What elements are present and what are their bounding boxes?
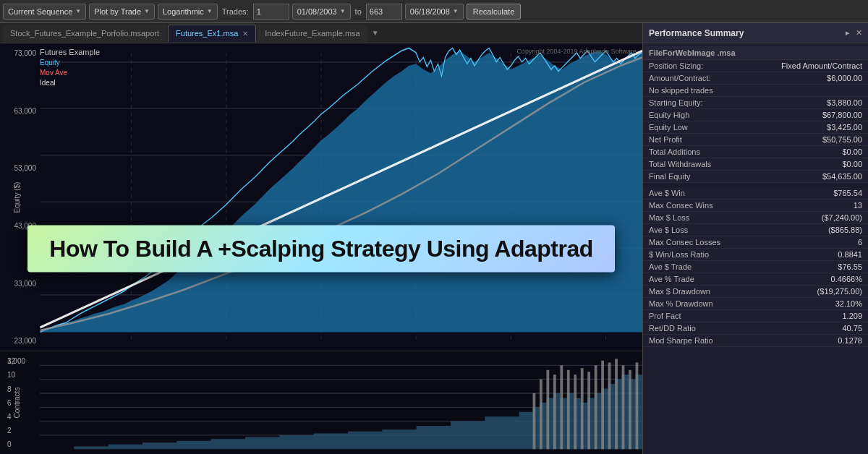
tab-index-future[interactable]: IndexFuture_Example.msa	[258, 25, 367, 42]
perf-label-equity-high: Equity High	[649, 111, 689, 119]
logarithmic-label: Logarithmic	[163, 7, 204, 16]
svg-rect-26	[553, 374, 556, 449]
perf-row-win-loss-ratio: $ Win/Loss Ratio 0.8841	[643, 249, 868, 261]
chart-legend: Equity Mov Ave Ideal	[40, 58, 67, 88]
svg-rect-23	[533, 393, 536, 449]
contract-chart: Contracts 12 10 8 6 4 2 0 3,000	[0, 351, 642, 454]
perf-row-ave-trade: Ave $ Trade $76.55	[643, 261, 868, 273]
perf-close-icon[interactable]: ✕	[856, 28, 862, 38]
date-to-arrow-icon: ▼	[453, 8, 459, 14]
svg-rect-33	[601, 361, 604, 449]
perf-value-total-withdrawals: $0.00	[842, 160, 862, 168]
svg-rect-38	[636, 363, 639, 450]
performance-panel: Performance Summary ▸ ✕ FileForWebImage …	[642, 23, 868, 454]
y-label-1: 73,000	[7, 49, 36, 57]
perf-value-max-consec-wins: 13	[854, 201, 862, 210]
perf-value-win-loss-ratio: 0.8841	[838, 250, 862, 259]
perf-label-max-drawdown: Max $ Drawdown	[649, 287, 710, 296]
perf-label-ave-trade: Ave $ Trade	[649, 262, 692, 271]
svg-rect-25	[546, 370, 549, 450]
perf-value-mod-sharpe: 0.1278	[838, 336, 862, 345]
toolbar: Current Sequence ▼ Plot by Trade ▼ Logar…	[0, 0, 868, 23]
perf-value-total-additions: $0.00	[842, 147, 862, 156]
date-to-dropdown[interactable]: 06/18/2008 ▼	[405, 4, 464, 20]
perf-value-amount: $6,000.00	[827, 74, 862, 82]
tab-arrow-icon[interactable]: ▼	[372, 29, 379, 37]
logarithmic-dropdown[interactable]: Logarithmic ▼	[158, 4, 218, 20]
tab-close-icon[interactable]: ✕	[242, 30, 248, 38]
perf-row-max-consec-wins: Max Consec Wins 13	[643, 200, 868, 212]
perf-label-mod-sharpe: Mod Sharpe Ratio	[649, 336, 713, 345]
perf-label-win-loss-ratio: $ Win/Loss Ratio	[649, 250, 709, 259]
perf-content[interactable]: FileForWebImage .msa Position Sizing: Fi…	[643, 43, 868, 454]
svg-rect-27	[560, 366, 563, 450]
equity-y-labels: 73,000 63,000 53,000 43,000 33,000 23,00…	[7, 43, 36, 351]
sequence-arrow-icon: ▼	[75, 8, 81, 14]
perf-value-equity-high: $67,800.00	[822, 111, 862, 119]
date-from-dropdown[interactable]: 01/08/2003 ▼	[292, 4, 351, 20]
perf-row-max-drawdown: Max $ Drawdown ($19,275.00)	[643, 286, 868, 298]
svg-rect-36	[622, 366, 625, 450]
perf-label-net-profit: Net Profit	[649, 135, 682, 144]
tab-futures-ex1[interactable]: Futures_Ex1.msa ✕	[168, 25, 256, 42]
plot-by-dropdown[interactable]: Plot by Trade ▼	[89, 4, 155, 20]
c-y-label-6: 2	[7, 427, 15, 434]
perf-value-ave-trade: $76.55	[838, 262, 862, 271]
trades-input[interactable]	[253, 4, 289, 20]
perf-header: Performance Summary ▸ ✕	[643, 23, 868, 43]
perf-title: Performance Summary	[649, 28, 744, 38]
equity-svg	[0, 43, 642, 351]
perf-file-header: FileForWebImage .msa	[643, 46, 868, 60]
charts-wrapper: Futures Example Copyright 2004-2019 Adap…	[0, 43, 642, 454]
c-y-label-7: 0	[7, 440, 15, 448]
perf-label-amount: Amount/Contract:	[649, 74, 711, 82]
svg-rect-37	[629, 370, 631, 450]
trade-end-input[interactable]	[366, 4, 402, 20]
perf-label-starting-equity: Starting Equity:	[649, 98, 703, 107]
perf-value-prof-fact: 1.209	[842, 312, 862, 320]
perf-label-ret-dd-ratio: Ret/DD Ratio	[649, 324, 696, 333]
y-label-3: 53,000	[7, 164, 36, 172]
perf-label-total-withdrawals: Total Withdrawals	[649, 160, 711, 168]
perf-row-ave-win: Ave $ Win $765.54	[643, 187, 868, 200]
tab-bar: Stock_Futures_Example_Porfolio.msaport F…	[0, 23, 642, 43]
perf-row-final-equity: Final Equity $54,635.00	[643, 171, 868, 183]
svg-rect-34	[608, 363, 611, 450]
current-sequence-label: Current Sequence	[8, 7, 72, 16]
perf-controls: ▸ ✕	[846, 28, 862, 38]
perf-pin-icon[interactable]: ▸	[846, 28, 850, 38]
tab-portfolio[interactable]: Stock_Futures_Example_Porfolio.msaport	[3, 25, 166, 42]
date-to-label: 06/18/2008	[410, 7, 450, 16]
svg-rect-31	[587, 372, 590, 450]
perf-label-position-sizing: Position Sizing:	[649, 61, 703, 70]
y-label-2: 63,000	[7, 107, 36, 115]
recalculate-button[interactable]: Recalculate	[467, 4, 521, 20]
banner: How To Build A +Scalping Strategy Using …	[27, 226, 614, 273]
svg-rect-24	[540, 380, 542, 450]
perf-value-ave-win: $765.54	[833, 189, 862, 197]
contract-axis-label: Contracts	[13, 387, 21, 419]
perf-label-max-loss: Max $ Loss	[649, 213, 689, 222]
equity-axis-label: Equity ($)	[13, 181, 21, 213]
perf-row-total-withdrawals: Total Withdrawals $0.00	[643, 158, 868, 171]
current-sequence-dropdown[interactable]: Current Sequence ▼	[3, 4, 86, 20]
perf-row-ret-dd-ratio: Ret/DD Ratio 40.75	[643, 322, 868, 335]
banner-overlay: How To Build A +Scalping Strategy Using …	[0, 226, 642, 273]
perf-value-max-drawdown: ($19,275.00)	[817, 287, 862, 296]
perf-label-max-consec-wins: Max Consec Wins	[649, 201, 713, 210]
chart-title: Futures Example	[40, 48, 100, 56]
y-label-6: 23,000	[7, 337, 36, 345]
contract-svg	[40, 351, 642, 454]
perf-row-no-skipped: No skipped trades	[643, 85, 868, 97]
perf-label-final-equity: Final Equity	[649, 172, 690, 181]
equity-chart: Futures Example Copyright 2004-2019 Adap…	[0, 43, 642, 351]
perf-row-ave-loss: Ave $ Loss ($865.88)	[643, 224, 868, 236]
perf-value-max-loss: ($7,240.00)	[822, 213, 862, 222]
c-y-label-2: 10	[7, 371, 15, 379]
svg-rect-30	[581, 368, 584, 449]
perf-row-mod-sharpe: Mod Sharpe Ratio 0.1278	[643, 335, 868, 347]
plot-by-label: Plot by Trade	[94, 7, 141, 16]
tab-index-label: IndexFuture_Example.msa	[265, 29, 359, 38]
perf-label-ave-loss: Ave $ Loss	[649, 226, 688, 234]
svg-rect-29	[574, 374, 576, 449]
